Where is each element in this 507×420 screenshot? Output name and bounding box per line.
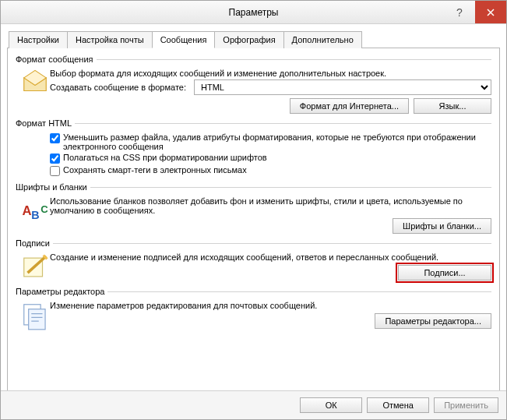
group-editor-legend: Параметры редактора xyxy=(16,287,107,296)
svg-text:A: A xyxy=(22,203,31,218)
apply-button[interactable]: Применить xyxy=(434,397,498,413)
tab-messages[interactable]: Сообщения xyxy=(152,31,216,48)
editor-options-button[interactable]: Параметры редактора... xyxy=(375,313,491,329)
content-area: Настройки Настройка почты Сообщения Орфо… xyxy=(1,24,506,390)
signature-icon xyxy=(20,251,50,282)
window-title: Параметры xyxy=(229,7,279,18)
group-message-format-legend: Формат сообщения xyxy=(16,55,97,64)
divider xyxy=(97,59,491,60)
close-icon xyxy=(487,9,495,16)
cancel-button[interactable]: Отмена xyxy=(367,397,429,413)
abc-icon: ABC xyxy=(20,195,50,234)
tab-advanced[interactable]: Дополнительно xyxy=(283,31,362,48)
title-controls: ? xyxy=(444,1,506,23)
svg-text:B: B xyxy=(31,209,39,221)
divider xyxy=(90,187,491,188)
message-format-desc: Выбор формата для исходящих сообщений и … xyxy=(50,69,386,78)
reduce-size-label: Уменьшить размер файла, удалив атрибуты … xyxy=(63,132,491,151)
group-html-format-legend: Формат HTML xyxy=(16,118,75,128)
envelope-icon xyxy=(20,67,50,114)
save-smart-label: Сохранять смарт-теги в электронных письм… xyxy=(63,165,491,175)
dialog-footer: ОК Отмена Применить xyxy=(1,390,506,419)
editor-icon xyxy=(20,299,50,330)
rely-css-label: Полагаться на CSS при форматировании шри… xyxy=(63,153,491,162)
tab-settings[interactable]: Настройки xyxy=(9,31,68,48)
rely-css-checkbox[interactable] xyxy=(50,154,60,164)
language-button[interactable]: Язык... xyxy=(414,98,491,114)
signatures-button[interactable]: Подписи... xyxy=(398,265,491,281)
divider xyxy=(75,123,491,124)
group-fonts-blanks-legend: Шрифты и бланки xyxy=(16,182,90,192)
close-button[interactable] xyxy=(475,1,506,23)
tab-strip: Настройки Настройка почты Сообщения Орфо… xyxy=(7,30,500,48)
group-editor: Параметры редактора Изменение параметров… xyxy=(16,287,491,330)
save-smart-checkbox[interactable] xyxy=(50,166,60,176)
options-dialog: Параметры ? Настройки Настройка почты Со… xyxy=(0,0,507,420)
group-signatures: Подписи Создание и изменение подписей дл… xyxy=(16,238,491,282)
reduce-size-checkbox[interactable] xyxy=(50,133,60,143)
svg-rect-5 xyxy=(29,309,45,330)
tab-page-messages: Формат сообщения Выбор формата для исход… xyxy=(7,48,500,390)
help-button[interactable]: ? xyxy=(444,1,475,23)
svg-text:C: C xyxy=(40,203,48,215)
group-signatures-legend: Подписи xyxy=(16,238,53,248)
group-html-format: Формат HTML Уменьшить размер файла, удал… xyxy=(16,118,491,178)
signatures-desc: Создание и изменение подписей для исходя… xyxy=(50,252,438,262)
titlebar: Параметры ? xyxy=(1,1,506,24)
format-select[interactable]: HTML xyxy=(194,79,491,95)
tab-spelling[interactable]: Орфография xyxy=(214,31,283,48)
ok-button[interactable]: ОК xyxy=(300,397,362,413)
tab-mail-setup[interactable]: Настройка почты xyxy=(67,31,153,48)
group-message-format: Формат сообщения Выбор формата для исход… xyxy=(16,55,491,114)
fonts-blanks-desc: Использование бланков позволяет добавить… xyxy=(50,196,491,215)
internet-format-button[interactable]: Формат для Интернета... xyxy=(290,98,409,114)
group-fonts-blanks: Шрифты и бланки ABC Использование бланко… xyxy=(16,182,491,234)
create-format-label: Создавать сообщение в формате: xyxy=(50,83,186,92)
spacer xyxy=(20,131,50,178)
fonts-blanks-button[interactable]: Шрифты и бланки... xyxy=(393,218,491,234)
divider xyxy=(53,243,491,244)
divider xyxy=(107,291,491,292)
editor-desc: Изменение параметров редактирования для … xyxy=(50,301,317,310)
